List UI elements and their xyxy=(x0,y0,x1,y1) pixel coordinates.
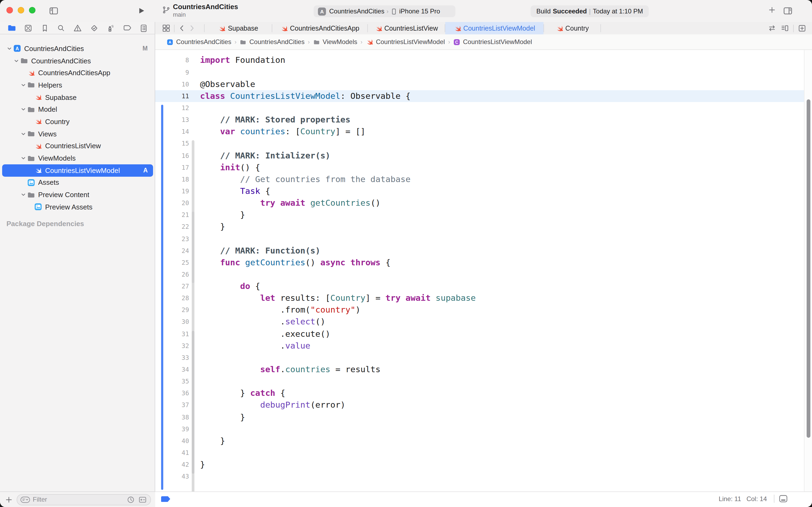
line-number[interactable]: 38 xyxy=(155,411,189,423)
sidebar-item-Views[interactable]: Views xyxy=(0,128,155,140)
code-line-34[interactable]: 34 self.countries = results xyxy=(155,363,804,376)
sidebar-item-CountriesListView[interactable]: CountriesListView xyxy=(0,140,155,152)
reports-icon[interactable] xyxy=(138,22,149,33)
code-line-20[interactable]: 20 try await getCountries() xyxy=(155,197,804,209)
scheme-selector[interactable]: A CountriesAndCities › iPhone 15 Pro xyxy=(313,5,455,17)
zoom-button[interactable] xyxy=(29,7,36,13)
line-number[interactable]: 25 xyxy=(155,257,189,269)
right-panel-icon[interactable] xyxy=(782,5,793,16)
source-control-icon[interactable] xyxy=(23,22,34,33)
code-fold-ribbon-init[interactable] xyxy=(191,212,194,283)
sidebar-item-Preview-Assets[interactable]: Preview Assets xyxy=(0,201,155,213)
code-line-18[interactable]: 18 // Get countries from the database xyxy=(155,173,804,185)
line-number[interactable]: 27 xyxy=(155,280,189,292)
sidebar-item-Country[interactable]: Country xyxy=(0,115,155,127)
code-line-16[interactable]: 16 // MARK: Intializer(s) xyxy=(155,150,804,161)
chevron-down-icon[interactable] xyxy=(13,58,20,63)
code-line-43[interactable]: 43 xyxy=(155,471,804,483)
build-status[interactable]: Build Succeeded | Today at 1:10 PM xyxy=(531,5,649,17)
code-line-9[interactable]: 9 xyxy=(155,66,804,78)
code-line-31[interactable]: 31 .execute() xyxy=(155,328,804,340)
sidebar-item-Model[interactable]: Model xyxy=(0,103,155,115)
sidebar-item-ViewModels[interactable]: ViewModels xyxy=(0,152,155,164)
line-number[interactable]: 21 xyxy=(155,209,189,221)
line-number[interactable]: 22 xyxy=(155,221,189,233)
code-line-25[interactable]: 25 func getCountries() async throws { xyxy=(155,257,804,269)
tab-Country[interactable]: Country xyxy=(544,22,600,35)
minimap-icon[interactable] xyxy=(780,23,790,33)
line-number[interactable]: 42 xyxy=(155,459,189,470)
breadcrumb-item[interactable]: ACountriesAndCities xyxy=(167,38,231,46)
code-line-30[interactable]: 30 .select() xyxy=(155,316,804,328)
chevron-down-icon[interactable] xyxy=(20,131,27,136)
code-line-41[interactable]: 41 xyxy=(155,447,804,459)
tab-Supabase[interactable]: Supabase xyxy=(205,22,272,35)
minimize-button[interactable] xyxy=(18,7,24,13)
line-number[interactable]: 11 xyxy=(155,90,189,102)
chevron-down-icon[interactable] xyxy=(20,192,27,197)
close-button[interactable] xyxy=(6,7,13,13)
code-line-13[interactable]: 13 // MARK: Stored properties xyxy=(155,114,804,126)
tab-CountriesAndCitiesApp[interactable]: CountriesAndCitiesApp xyxy=(272,22,367,35)
line-number[interactable]: 8 xyxy=(155,55,189,66)
line-number[interactable]: 31 xyxy=(155,328,189,340)
breadcrumb-item[interactable]: CountriesListViewModel xyxy=(366,38,445,46)
line-number[interactable]: 10 xyxy=(155,78,189,90)
sidebar-item-Helpers[interactable]: Helpers xyxy=(0,79,155,91)
line-number[interactable]: 37 xyxy=(155,399,189,411)
code-line-29[interactable]: 29 .from("country") xyxy=(155,304,804,316)
scrollbar-thumb[interactable] xyxy=(806,99,810,438)
sidebar-toggle-icon[interactable] xyxy=(48,5,59,16)
swap-icon[interactable] xyxy=(767,23,776,33)
filter-field[interactable]: Filter xyxy=(17,494,151,505)
line-number[interactable]: 14 xyxy=(155,126,189,137)
sidebar-item-CountriesAndCities[interactable]: ACountriesAndCitiesM xyxy=(0,43,155,55)
line-number[interactable]: 43 xyxy=(155,471,189,483)
add-file-icon[interactable] xyxy=(4,495,13,504)
code-line-40[interactable]: 40 } xyxy=(155,435,804,447)
code-line-11[interactable]: 11class CountriesListViewModel: Observab… xyxy=(155,90,804,102)
code-fold-ribbon-do[interactable] xyxy=(191,331,194,473)
line-number[interactable]: 12 xyxy=(155,102,189,114)
editor-layout-icon[interactable] xyxy=(778,494,789,503)
code-line-22[interactable]: 22 } xyxy=(155,221,804,233)
sidebar-item-CountriesAndCitiesApp[interactable]: CountriesAndCitiesApp xyxy=(0,67,155,79)
code-line-33[interactable]: 33 xyxy=(155,352,804,363)
tab-overview-icon[interactable] xyxy=(162,23,171,33)
code-line-37[interactable]: 37 debugPrint(error) xyxy=(155,399,804,411)
line-number[interactable]: 26 xyxy=(155,269,189,280)
code-line-35[interactable]: 35 xyxy=(155,376,804,387)
code-line-17[interactable]: 17 init() { xyxy=(155,161,804,173)
line-number[interactable]: 19 xyxy=(155,185,189,197)
code-line-12[interactable]: 12 xyxy=(155,102,804,114)
chevron-down-icon[interactable] xyxy=(20,83,27,88)
back-icon[interactable] xyxy=(178,24,186,32)
tests-icon[interactable] xyxy=(89,22,99,33)
line-number[interactable]: 17 xyxy=(155,161,189,173)
line-number[interactable]: 34 xyxy=(155,363,189,376)
code-line-15[interactable]: 15 xyxy=(155,138,804,150)
code-line-10[interactable]: 10@Observable xyxy=(155,78,804,90)
code-line-39[interactable]: 39 xyxy=(155,423,804,435)
chevron-down-icon[interactable] xyxy=(20,156,27,161)
code-editor[interactable]: 8import Foundation910@Observable11class … xyxy=(155,50,812,492)
code-line-42[interactable]: 42} xyxy=(155,459,804,470)
sidebar-item-Supabase[interactable]: Supabase xyxy=(0,91,155,103)
find-icon[interactable] xyxy=(56,22,67,33)
code-line-14[interactable]: 14 var countries: [Country] = [] xyxy=(155,126,804,137)
line-number[interactable]: 16 xyxy=(155,150,189,161)
run-icon[interactable] xyxy=(136,6,146,15)
breadcrumb-item[interactable]: ViewModels xyxy=(313,38,357,46)
sidebar-item-Preview-Content[interactable]: Preview Content xyxy=(0,189,155,201)
line-number[interactable]: 40 xyxy=(155,435,189,447)
tab-CountriesListViewModel[interactable]: CountriesListViewModel xyxy=(445,22,543,35)
line-number[interactable]: 30 xyxy=(155,316,189,328)
code-line-28[interactable]: 28 let results: [Country] = try await su… xyxy=(155,292,804,304)
code-line-27[interactable]: 27 do { xyxy=(155,280,804,292)
line-number[interactable]: 32 xyxy=(155,340,189,352)
code-line-36[interactable]: 36 } catch { xyxy=(155,388,804,399)
breadcrumb-item[interactable]: CCountriesListViewModel xyxy=(453,38,532,46)
issues-icon[interactable] xyxy=(72,22,83,33)
code-line-19[interactable]: 19 Task { xyxy=(155,185,804,197)
debug-icon[interactable] xyxy=(105,22,116,33)
